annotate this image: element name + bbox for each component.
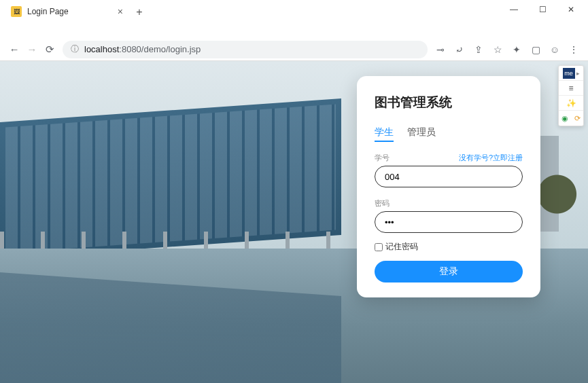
browser-tab-bar: 🖼 Login Page × + [0,0,149,22]
url-input[interactable]: ⓘ localhost:8080/demo/login.jsp [63,41,428,58]
url-path: /demo/login.jsp [141,44,201,54]
extensions-icon[interactable]: ✦ [508,41,525,58]
student-id-label: 学号 [375,153,390,163]
password-key-icon[interactable]: ⊸ [432,41,449,58]
window-maximize-button[interactable]: ☐ [528,1,557,18]
student-id-input[interactable] [375,166,523,187]
login-button[interactable]: 登录 [375,261,523,282]
page-content: 图书管理系统 学生 管理员 学号 没有学号?立即注册 密码 记住密码 登录 me… [0,61,588,383]
nav-back-button[interactable]: ← [5,41,23,58]
browser-right-icons: ⊸ ⤾ ⇪ ☆ ✦ ▢ ☺ ⋮ [432,41,583,58]
remember-password[interactable]: 记住密码 [375,241,523,253]
url-port: :8080 [119,44,141,54]
floatbar-refresh-icon[interactable]: ⟳ [571,111,583,125]
tab-title: Login Page [27,7,69,16]
tab-student[interactable]: 学生 [375,126,394,142]
arrow-icon: ▸ [576,70,580,77]
browser-address-bar: ← → ⟳ ⓘ localhost:8080/demo/login.jsp ⊸ … [0,38,588,61]
window-close-button[interactable]: ✕ [557,1,585,18]
floatbar-me-button[interactable]: me ▸ [559,66,583,81]
floatbar-cast-icon[interactable]: ◉ [559,111,571,125]
login-card: 图书管理系统 学生 管理员 学号 没有学号?立即注册 密码 记住密码 登录 [357,76,540,297]
floating-toolbar: me ▸ ≡ ✨ ◉ ⟳ [558,65,584,126]
tab-close-icon[interactable]: × [118,6,123,17]
window-minimize-button[interactable]: — [500,1,528,18]
register-link[interactable]: 没有学号?立即注册 [459,153,523,163]
profile-avatar-icon[interactable]: ☺ [546,41,564,58]
bookmark-star-icon[interactable]: ☆ [489,41,506,58]
nav-forward-button[interactable]: → [23,41,41,58]
site-info-icon[interactable]: ⓘ [71,43,79,55]
browser-tab[interactable]: 🖼 Login Page × [4,1,130,22]
share-icon[interactable]: ⇪ [470,41,487,58]
remember-checkbox[interactable] [375,243,383,251]
me-badge-icon: me [563,68,575,79]
nav-reload-button[interactable]: ⟳ [41,41,58,58]
password-label: 密码 [375,198,390,208]
panel-icon[interactable]: ▢ [527,41,544,58]
menu-dots-icon[interactable]: ⋮ [565,41,583,58]
remember-label: 记住密码 [385,241,418,253]
url-host: localhost [84,44,119,54]
role-tabs: 学生 管理员 [375,126,523,142]
tab-favicon: 🖼 [11,6,22,17]
new-tab-button[interactable]: + [130,3,149,22]
qr-icon[interactable]: ⤾ [451,41,468,58]
login-title: 图书管理系统 [375,94,523,111]
password-input[interactable] [375,211,523,233]
floatbar-wand-button[interactable]: ✨ [559,96,583,111]
floatbar-menu-button[interactable]: ≡ [559,81,583,96]
tab-admin[interactable]: 管理员 [407,126,436,142]
